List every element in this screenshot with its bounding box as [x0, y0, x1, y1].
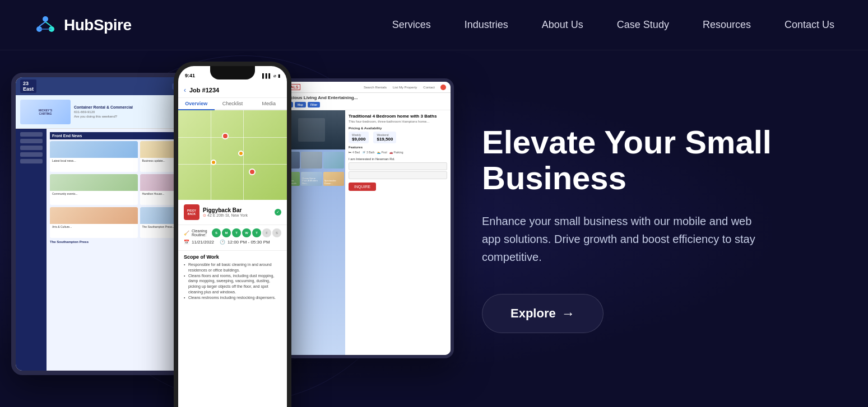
feat-baths: 🚿 3 Bath	[362, 151, 374, 154]
nav-item-about[interactable]: About Us	[542, 19, 583, 31]
date-row: 📅 11/21/2022 🕐 12:00 PM - 05:30 PM	[184, 240, 281, 245]
scope-item-3: Cleans restrooms including restocking di…	[184, 295, 281, 301]
nav-link-case-study[interactable]: Case Study	[617, 19, 669, 30]
battery-icon: ▮	[278, 73, 280, 78]
nav-item-case-study[interactable]: Case Study	[617, 19, 669, 31]
rental-thumb-6: Spectacular Ocean...	[323, 172, 344, 186]
phone-tab-overview[interactable]: Overview	[178, 98, 215, 110]
devices-mockup-area: 23East Latest News Business MICKEY'SCART…	[0, 50, 459, 407]
phone-scope-section: Scope of Work Responsible for all basic …	[178, 251, 287, 304]
price-box-2: Weekend $19,500	[373, 132, 396, 143]
rental-thumb-3	[323, 152, 344, 169]
day-t2: T	[252, 228, 261, 237]
rental-toolbar: List Map Filter	[282, 102, 446, 107]
rental-nav-buttons: Search Rentals List My Property Contact	[361, 85, 437, 90]
day-w: W	[242, 228, 251, 237]
hero-content-right: Elevate Your Small Business Enhance your…	[459, 79, 868, 378]
rental-thumb-2	[301, 152, 322, 169]
wifi-icon: ⌀	[273, 73, 276, 78]
rental-main-content: Spacious Living And Entertaining... List…	[278, 93, 451, 355]
arrow-right-icon: →	[561, 306, 575, 321]
calendar-icon: 📅	[184, 240, 189, 245]
news-item-1: Latest local news...	[50, 141, 138, 172]
rental-pricing-row: Weekly $9,000 Weekend $19,500	[349, 132, 447, 143]
map-road-v1	[211, 110, 211, 200]
phone-business-info: PIGGYBACK Piggyback Bar ⊙ 42 E 20th St, …	[178, 200, 287, 225]
phone-tabs: Overview Checklist Media	[178, 98, 287, 110]
rental-contact-btn-nav[interactable]: Contact	[421, 85, 437, 90]
map-road-h1	[178, 137, 287, 138]
brand-name: HubSpire	[64, 16, 131, 34]
svg-point-0	[43, 16, 48, 22]
feat-pool: 🏊 Pool	[377, 151, 387, 154]
phone-notch	[210, 66, 255, 79]
map-road-h2	[178, 164, 287, 165]
rental-btn-3[interactable]: Filter	[308, 102, 320, 107]
news-item-5: Arts & Culture...	[50, 207, 138, 238]
scope-item-2: Cleans floors and rooms, including dust …	[184, 273, 281, 295]
rental-details-panel: Traditional 4 Bedroom home with 3 Baths …	[345, 110, 451, 355]
day-s1: S	[212, 228, 221, 237]
tablet-logo-text: 23East	[20, 79, 36, 93]
phone-mockup: 9:41 ▌▌▌ ⌀ ▮ ‹ Job #1234 Overview Checkl…	[174, 62, 291, 407]
clock-icon-small: 🕐	[220, 240, 225, 245]
rental-property-area: 00 Inspiration Road, Yarmouth Ocean Home…	[278, 110, 451, 355]
svg-line-3	[39, 22, 45, 26]
price-box-1: Weekly $9,000	[349, 132, 369, 143]
phone-tab-media[interactable]: Media	[250, 98, 287, 109]
location-icon: ⊙	[203, 213, 206, 218]
svg-line-4	[45, 22, 52, 26]
nav-links: Services Industries About Us Case Study …	[392, 19, 834, 31]
news-item-3: Community events...	[50, 174, 138, 205]
map-pin-alt-3	[249, 169, 256, 175]
phone-schedule-section: 🧹 Cleaning Routine: S M T W T F S	[178, 225, 287, 251]
day-badges-row: S M T W T F S	[212, 228, 281, 237]
map-road-v2	[243, 110, 244, 200]
hubspire-logo-icon	[34, 13, 57, 37]
rental-btn-2[interactable]: Map	[295, 102, 306, 107]
feat-bedrooms: 🛏 4 Bed	[349, 151, 360, 154]
nav-item-contact[interactable]: Contact Us	[785, 19, 834, 31]
nav-item-resources[interactable]: Resources	[703, 19, 751, 31]
rental-features-grid: 🛏 4 Bed 🚿 3 Bath 🏊 Pool 🚗 Parking	[349, 151, 447, 154]
nav-link-services[interactable]: Services	[392, 19, 431, 30]
logo-area[interactable]: HubSpire	[34, 13, 131, 37]
nav-item-industries[interactable]: Industries	[465, 19, 508, 31]
nav-link-about[interactable]: About Us	[542, 19, 583, 30]
pricing-label: Pricing & Availability	[349, 127, 447, 130]
phone-status-icons: ▌▌▌ ⌀ ▮	[262, 73, 280, 78]
feat-parking: 🚗 Parking	[389, 151, 403, 154]
nav-item-services[interactable]: Services	[392, 19, 431, 31]
explore-label: Explore	[510, 306, 556, 321]
tablet-banner-image: MICKEY'SCARTING	[20, 100, 71, 124]
rental-close-btn[interactable]	[440, 85, 446, 90]
broom-icon: 🧹	[184, 231, 189, 236]
nav-link-industries[interactable]: Industries	[465, 19, 508, 30]
phone-map-view	[178, 110, 287, 200]
phone-tab-checklist[interactable]: Checklist	[215, 98, 251, 109]
nav-link-contact[interactable]: Contact Us	[785, 19, 834, 30]
scope-item-1: Responsible for all basic cleaning in an…	[184, 262, 281, 273]
explore-button[interactable]: Explore →	[482, 294, 604, 333]
hero-title: Elevate Your Small Business	[482, 124, 823, 196]
rental-listing-header: Spacious Living And Entertaining... List…	[278, 93, 451, 110]
rental-name-input[interactable]	[349, 162, 447, 170]
verified-badge: ✓	[275, 209, 281, 216]
cleaning-routine-row: 🧹 Cleaning Routine: S M T W T F S	[184, 228, 281, 237]
rental-search-btn[interactable]: Search Rentals	[361, 85, 389, 90]
phone-screen-content: ‹ Job #1234 Overview Checklist Media	[178, 83, 287, 407]
tablet-sidebar	[16, 129, 47, 371]
map-pin-main	[222, 133, 229, 139]
rental-property-btn[interactable]: List My Property	[391, 85, 419, 90]
phone-app-header: ‹ Job #1234	[178, 83, 287, 98]
biz-logo: PIGGYBACK	[184, 204, 199, 220]
rental-email-input[interactable]	[349, 171, 447, 179]
hero-section: 23East Latest News Business MICKEY'SCART…	[0, 50, 868, 407]
day-s2: S	[272, 228, 281, 237]
navbar: HubSpire Services Industries About Us Ca…	[0, 0, 868, 50]
rental-inquire-button[interactable]: INQUIRE	[349, 183, 376, 191]
features-label: Features	[349, 146, 447, 149]
hero-subtitle: Enhance your small business with our mob…	[482, 212, 773, 266]
biz-address: ⊙ 42 E 20th St, New York	[203, 213, 248, 218]
nav-link-resources[interactable]: Resources	[703, 19, 751, 30]
